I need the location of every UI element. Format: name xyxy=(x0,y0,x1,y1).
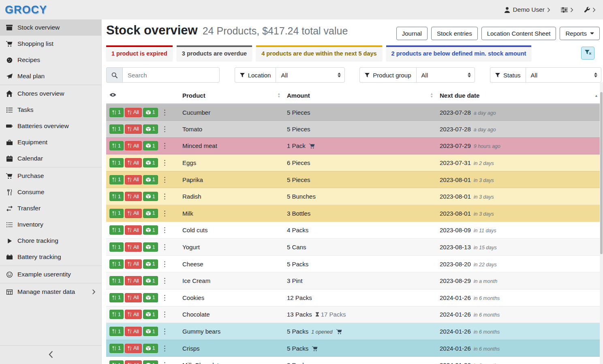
open-one-button[interactable]: 1 xyxy=(143,344,158,353)
status-filter-select[interactable]: All xyxy=(526,67,601,83)
consume-all-button[interactable]: All xyxy=(125,192,142,201)
sidebar-item-purchase[interactable]: Purchase xyxy=(0,168,101,184)
sidebar-item-calendar[interactable]: Calendar xyxy=(0,150,101,167)
product-name[interactable]: Minced meat xyxy=(182,142,217,149)
settings-menu[interactable] xyxy=(561,7,573,13)
sidebar-item-meal-plan[interactable]: Meal plan xyxy=(0,68,101,84)
row-menu-button[interactable]: ⋮ xyxy=(159,226,170,234)
status-card-below-min[interactable]: 2 products are below defined min. stock … xyxy=(386,45,532,61)
row-menu-button[interactable]: ⋮ xyxy=(159,361,170,364)
open-one-button[interactable]: 1 xyxy=(143,360,158,364)
row-menu-button[interactable]: ⋮ xyxy=(159,327,170,336)
open-one-button[interactable]: 1 xyxy=(143,259,158,269)
sidebar-collapse-button[interactable] xyxy=(0,345,101,364)
sidebar-item-manage-master-data[interactable]: Manage master data xyxy=(0,284,101,300)
clear-filter-button[interactable] xyxy=(581,47,594,60)
sidebar-item-inventory[interactable]: Inventory xyxy=(0,216,101,233)
consume-all-button[interactable]: All xyxy=(125,225,142,235)
sidebar-item-shopping-list[interactable]: Shopping list xyxy=(0,36,101,52)
consume-all-button[interactable]: All xyxy=(125,360,142,364)
column-header-product[interactable]: Product▲▼ xyxy=(179,89,284,104)
consume-one-button[interactable]: 1 xyxy=(109,327,124,336)
consume-all-button[interactable]: All xyxy=(125,108,142,117)
column-header-next-due-date[interactable]: Next due date▲ xyxy=(436,89,601,104)
open-one-button[interactable]: 1 xyxy=(143,327,158,336)
product-name[interactable]: Ice Cream xyxy=(182,277,210,284)
consume-one-button[interactable]: 1 xyxy=(109,108,124,117)
search-input[interactable] xyxy=(122,67,220,83)
consume-all-button[interactable]: All xyxy=(125,276,142,285)
product-name[interactable]: Gummy bears xyxy=(182,328,220,335)
open-one-button[interactable]: 1 xyxy=(143,175,158,184)
reports-dropdown-button[interactable]: Reports xyxy=(560,27,600,40)
consume-all-button[interactable]: All xyxy=(125,327,142,336)
product-name[interactable]: Cookies xyxy=(182,294,204,301)
row-menu-button[interactable]: ⋮ xyxy=(159,209,170,218)
consume-one-button[interactable]: 1 xyxy=(109,344,124,353)
open-one-button[interactable]: 1 xyxy=(143,242,158,252)
sidebar-item-recipes[interactable]: Recipes xyxy=(0,52,101,68)
product-name[interactable]: Cold cuts xyxy=(182,227,208,233)
consume-all-button[interactable]: All xyxy=(125,175,142,184)
consume-all-button[interactable]: All xyxy=(125,310,142,319)
consume-all-button[interactable]: All xyxy=(125,293,142,302)
consume-all-button[interactable]: All xyxy=(125,242,142,252)
consume-one-button[interactable]: 1 xyxy=(109,310,124,319)
consume-one-button[interactable]: 1 xyxy=(109,259,124,269)
open-one-button[interactable]: 1 xyxy=(143,209,158,218)
grocy-logo[interactable]: GROCY xyxy=(5,4,47,16)
consume-one-button[interactable]: 1 xyxy=(109,158,124,167)
product-name[interactable]: Crisps xyxy=(182,345,200,352)
row-menu-button[interactable]: ⋮ xyxy=(159,108,170,117)
consume-one-button[interactable]: 1 xyxy=(109,141,124,150)
row-menu-button[interactable]: ⋮ xyxy=(159,344,170,353)
open-one-button[interactable]: 1 xyxy=(143,276,158,285)
row-menu-button[interactable]: ⋮ xyxy=(159,243,170,251)
row-menu-button[interactable]: ⋮ xyxy=(159,293,170,302)
product-name[interactable]: Chocolate xyxy=(182,311,210,318)
consume-all-button[interactable]: All xyxy=(125,124,142,134)
consume-one-button[interactable]: 1 xyxy=(109,175,124,184)
product-name[interactable]: Tomato xyxy=(182,126,202,133)
consume-one-button[interactable]: 1 xyxy=(109,293,124,302)
open-one-button[interactable]: 1 xyxy=(143,192,158,201)
consume-one-button[interactable]: 1 xyxy=(109,225,124,235)
product-name[interactable]: Yogurt xyxy=(182,244,200,251)
sidebar-item-example-userentity[interactable]: Example userentity xyxy=(0,266,101,283)
sidebar-item-stock-overview[interactable]: Stock overview xyxy=(0,19,101,36)
open-one-button[interactable]: 1 xyxy=(143,310,158,319)
status-card-overdue[interactable]: 3 products are overdue xyxy=(177,45,252,61)
consume-one-button[interactable]: 1 xyxy=(109,242,124,252)
sidebar-item-chore-tracking[interactable]: Chore tracking xyxy=(0,233,101,249)
eye-icon[interactable] xyxy=(109,92,116,98)
status-card-due-soon[interactable]: 4 products are due within the next 5 day… xyxy=(256,45,382,61)
sidebar-item-transfer[interactable]: Transfer xyxy=(0,200,101,216)
sidebar-item-tasks[interactable]: Tasks xyxy=(0,102,101,118)
consume-one-button[interactable]: 1 xyxy=(109,360,124,364)
location-content-sheet-button[interactable]: Location Content Sheet xyxy=(481,27,556,40)
consume-all-button[interactable]: All xyxy=(125,158,142,167)
stock-entries-button[interactable]: Stock entries xyxy=(431,27,478,40)
product-name[interactable]: Radish xyxy=(182,193,201,200)
user-menu[interactable]: Demo User xyxy=(504,6,550,13)
journal-button[interactable]: Journal xyxy=(396,27,428,40)
open-one-button[interactable]: 1 xyxy=(143,158,158,167)
location-filter-select[interactable]: All xyxy=(276,67,344,83)
column-header-amount[interactable]: Amount▲▼ xyxy=(284,89,436,104)
row-menu-button[interactable]: ⋮ xyxy=(159,158,170,167)
sidebar-item-equipment[interactable]: Equipment xyxy=(0,134,101,150)
vertical-scrollbar[interactable] xyxy=(600,82,603,364)
consume-one-button[interactable]: 1 xyxy=(109,124,124,134)
consume-all-button[interactable]: All xyxy=(125,141,142,150)
consume-one-button[interactable]: 1 xyxy=(109,209,124,218)
open-one-button[interactable]: 1 xyxy=(143,108,158,117)
product-name[interactable]: Eggs xyxy=(182,159,196,166)
open-one-button[interactable]: 1 xyxy=(143,293,158,302)
row-menu-button[interactable]: ⋮ xyxy=(159,192,170,201)
consume-one-button[interactable]: 1 xyxy=(109,276,124,285)
scrollbar-thumb[interactable] xyxy=(600,92,603,254)
row-menu-button[interactable]: ⋮ xyxy=(159,260,170,268)
status-card-expired[interactable]: 1 product is expired xyxy=(106,45,173,61)
consume-all-button[interactable]: All xyxy=(125,209,142,218)
sidebar-item-battery-tracking[interactable]: Battery tracking xyxy=(0,249,101,265)
